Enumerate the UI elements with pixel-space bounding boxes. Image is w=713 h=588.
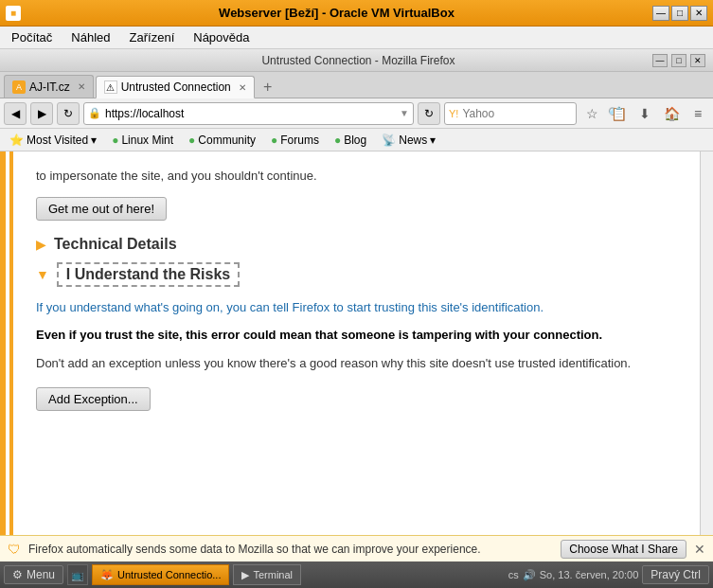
- reload-button[interactable]: ↻: [57, 102, 80, 125]
- keyboard-indicator: cs: [508, 569, 519, 580]
- risk-warning-2: Even if you trust the site, this error c…: [36, 326, 677, 345]
- task-menu-button[interactable]: ⚙ Menu: [4, 565, 63, 584]
- task-icon-1[interactable]: 📺: [67, 564, 88, 585]
- ff-close-button[interactable]: ✕: [690, 54, 705, 67]
- task-terminal-icon: ▶: [241, 569, 249, 581]
- get-out-button[interactable]: Get me out of here!: [36, 197, 677, 236]
- vbox-icon: ■: [6, 6, 21, 21]
- history-icon[interactable]: 📋: [607, 102, 630, 125]
- info-text: Firefox automatically sends some data to…: [28, 543, 553, 556]
- tab-untrusted-favicon: ⚠: [104, 80, 117, 94]
- menu-zarizeni[interactable]: Zařízení: [126, 28, 179, 46]
- bookmark-icon[interactable]: ☆: [580, 102, 603, 125]
- understand-risks-title: I Understand the Risks: [57, 262, 240, 287]
- bookmark-blog[interactable]: ● Blog: [330, 132, 370, 149]
- tab-untrusted-close[interactable]: ✕: [239, 82, 246, 93]
- news-arrow: ▾: [430, 134, 436, 147]
- technical-details-title: Technical Details: [54, 236, 177, 253]
- bookmark-linux-mint[interactable]: ● Linux Mint: [108, 132, 177, 149]
- community-icon: ●: [188, 134, 195, 147]
- understand-triangle-icon: ▼: [36, 267, 49, 282]
- tab-aj-it-label: AJ-IT.cz: [29, 80, 70, 94]
- vbox-menubar: Počítač Náhled Zařízení Nápověda: [0, 27, 713, 49]
- systray: cs 🔊 So, 13. červen, 20:00: [508, 569, 639, 581]
- menu-napoveda[interactable]: Nápověda: [189, 28, 253, 46]
- scrollbar[interactable]: [700, 151, 713, 535]
- vbox-minimize-button[interactable]: —: [652, 6, 669, 21]
- url-dropdown-icon[interactable]: ▼: [400, 108, 409, 118]
- vbox-maximize-button[interactable]: □: [671, 6, 688, 21]
- menu-button[interactable]: ≡: [686, 102, 709, 125]
- info-close-button[interactable]: ✕: [694, 542, 705, 557]
- risk-note: Don't add an exception unless you know t…: [36, 354, 677, 373]
- task-terminal-button[interactable]: ▶ Terminal: [233, 564, 301, 585]
- volume-icon[interactable]: 🔊: [523, 569, 536, 581]
- tab-aj-it-favicon: A: [12, 80, 26, 94]
- firefox-window: Untrusted Connection - Mozilla Firefox —…: [0, 49, 713, 561]
- url-bar[interactable]: 🔒 ▼: [83, 102, 414, 125]
- bookmarks-bar: ⭐ Most Visited ▾ ● Linux Mint ● Communit…: [0, 129, 713, 151]
- clock: So, 13. červen, 20:00: [540, 569, 639, 580]
- technical-details-header[interactable]: ▶ Technical Details: [36, 236, 677, 253]
- gold-accent-bar: [0, 151, 6, 535]
- menu-pocitac[interactable]: Počítač: [8, 28, 56, 46]
- vbox-title: Webserver [Beží] - Oracle VM VirtualBox: [21, 6, 652, 20]
- yahoo-icon: Y!: [449, 108, 458, 119]
- home-button[interactable]: 🏠: [660, 102, 683, 125]
- ff-minimize-button[interactable]: —: [652, 54, 668, 67]
- ff-titlebar: Untrusted Connection - Mozilla Firefox —…: [0, 49, 713, 72]
- vbox-titlebar: ■ Webserver [Beží] - Oracle VM VirtualBo…: [0, 0, 713, 27]
- new-tab-button[interactable]: +: [257, 77, 279, 98]
- search-bar[interactable]: Y! 🔍: [444, 102, 577, 125]
- ff-maximize-button[interactable]: □: [671, 54, 686, 67]
- ctrl-indicator: Pravý Ctrl: [642, 565, 709, 584]
- forums-icon: ●: [271, 134, 277, 147]
- nav-bar: ◀ ▶ ↻ 🔒 ▼ ↻ Y! 🔍 ☆ 📋 ⬇ 🏠 ≡: [0, 98, 713, 129]
- taskbar: ⚙ Menu 📺 🦊 Untrusted Connectio... ▶ Term…: [0, 561, 713, 588]
- most-visited-arrow: ▾: [91, 134, 97, 147]
- risk-warning-1: If you understand what's going on, you c…: [36, 298, 677, 317]
- bookmark-forums[interactable]: ● Forums: [267, 132, 323, 149]
- content-area: to impersonate the site, and you shouldn…: [0, 151, 713, 535]
- info-icon: 🛡: [8, 542, 21, 557]
- linux-mint-icon: ●: [112, 134, 118, 147]
- add-exception-button[interactable]: Add Exception...: [36, 387, 151, 411]
- tab-bar: A AJ-IT.cz ✕ ⚠ Untrusted Connection ✕ +: [0, 72, 713, 98]
- info-bar: 🛡 Firefox automatically sends some data …: [0, 535, 713, 561]
- ff-title: Untrusted Connection - Mozilla Firefox: [64, 54, 652, 67]
- task-firefox-button[interactable]: 🦊 Untrusted Connectio...: [92, 564, 229, 585]
- refresh-button[interactable]: ↻: [418, 102, 440, 125]
- url-input[interactable]: [105, 107, 396, 120]
- technical-triangle-icon: ▶: [36, 237, 46, 252]
- news-icon: 📡: [382, 134, 396, 147]
- bookmark-community[interactable]: ● Community: [185, 132, 259, 149]
- bookmark-news[interactable]: 📡 News ▾: [378, 132, 439, 149]
- bookmark-most-visited[interactable]: ⭐ Most Visited ▾: [6, 132, 100, 149]
- download-icon[interactable]: ⬇: [633, 102, 656, 125]
- blog-icon: ●: [334, 134, 341, 147]
- page-content: to impersonate the site, and you shouldn…: [9, 151, 700, 535]
- most-visited-icon: ⭐: [9, 134, 24, 147]
- virtualbox-window: ■ Webserver [Beží] - Oracle VM VirtualBo…: [0, 0, 713, 588]
- understand-risks-header[interactable]: ▼ I Understand the Risks: [36, 262, 677, 287]
- choose-share-button[interactable]: Choose What I Share: [561, 540, 686, 559]
- vbox-window-controls: — □ ✕: [652, 6, 707, 21]
- tab-untrusted-label: Untrusted Connection: [121, 80, 231, 94]
- lock-icon: 🔒: [88, 107, 101, 119]
- tab-untrusted[interactable]: ⚠ Untrusted Connection ✕: [96, 76, 255, 98]
- back-button[interactable]: ◀: [4, 102, 27, 125]
- menu-nahled[interactable]: Náhled: [67, 28, 114, 46]
- tab-aj-it[interactable]: A AJ-IT.cz ✕: [4, 75, 94, 98]
- tab-aj-it-close[interactable]: ✕: [78, 81, 85, 92]
- task-menu-icon: ⚙: [12, 568, 23, 581]
- forward-button[interactable]: ▶: [30, 102, 53, 125]
- vbox-close-button[interactable]: ✕: [690, 6, 707, 21]
- warning-text: to impersonate the site, and you shouldn…: [36, 167, 677, 186]
- task-firefox-icon: 🦊: [100, 569, 114, 581]
- ff-window-controls: — □ ✕: [652, 54, 705, 67]
